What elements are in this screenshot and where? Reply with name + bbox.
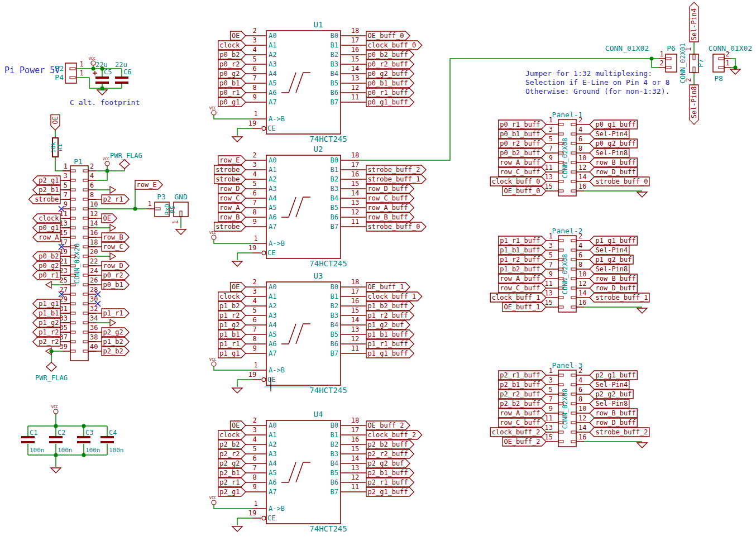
gnd-symbol[interactable] [232, 388, 242, 393]
net-label-p2_b2_buff[interactable]: p2_b2_buff [499, 399, 546, 408]
pullup-r1[interactable]: 10kR1 [50, 138, 64, 157]
net-label-p1_r1_buff[interactable]: p1_r1_buff [366, 339, 414, 348]
net-label-p0_g2_buff[interactable]: p0_g2_buff [590, 139, 637, 148]
net-label-Sel-Pin8[interactable]: Sel-Pin8 [590, 149, 629, 157]
net-label-p0_r2[interactable]: p0_r2 [218, 60, 246, 69]
gnd-symbol[interactable] [637, 308, 647, 313]
net-label-strobe_buff_0[interactable]: strobe_buff_0 [590, 177, 649, 186]
gnd-symbol[interactable] [232, 261, 242, 266]
net-label-p0_r1[interactable]: p0_r1 [33, 271, 60, 280]
net-label-p1_b1[interactable]: p1_b1 [33, 309, 60, 318]
net-label-row_A_buff[interactable]: row_A_buff [366, 203, 414, 212]
net-label-row_A_buff[interactable]: row_A_buff [499, 409, 546, 418]
net-label-p2_r2_buff[interactable]: p2_r2_buff [499, 390, 546, 399]
arrow-right-symbol[interactable] [110, 224, 116, 231]
net-label-p2_r1[interactable]: p2_r1 [218, 478, 246, 487]
net-label-row_B_buff[interactable]: row_B_buff [590, 274, 637, 283]
net-label-p1_r2_buff[interactable]: p1_r2_buff [366, 311, 414, 320]
net-label-p1_r1_buff[interactable]: p1_r1_buff [499, 236, 546, 245]
net-label-clock[interactable]: clock [218, 430, 246, 439]
net-label-Sel-Pin4[interactable]: Sel-Pin4 [590, 246, 629, 255]
net-label-p2_g2[interactable]: p2_g2 [102, 328, 129, 337]
net-label-p2_b2[interactable]: p2_b2 [218, 440, 246, 449]
net-label-strobe_buff_2[interactable]: strobe_buff_2 [366, 165, 426, 174]
gnd-symbol[interactable] [232, 526, 242, 532]
net-label-clock_buff_2[interactable]: clock_buff_2 [366, 430, 422, 439]
ic-u2[interactable]: U274HCT2452A018B03A117B14A216B25A315B36A… [246, 145, 366, 268]
net-label-row_C[interactable]: row_C [218, 194, 246, 203]
net-label-p1_g2[interactable]: p1_g2 [218, 320, 246, 329]
net-label-p2_g2_buf[interactable]: p2_g2_buf [366, 459, 410, 468]
net-label-row_B_buff[interactable]: row_B_buff [590, 409, 637, 418]
net-label-p2_r2[interactable]: p2_r2 [218, 449, 246, 458]
net-label-strobe[interactable]: strobe [29, 195, 60, 204]
net-label-p0_b2[interactable]: p0_b2 [33, 252, 60, 261]
net-label-clock_buff_0[interactable]: clock_buff_0 [490, 177, 546, 186]
net-label-OE_buff_1[interactable]: OE_buff_1 [503, 303, 546, 312]
net-label-OE_buff_2[interactable]: OE_buff_2 [503, 437, 546, 446]
net-label-row_C_buff[interactable]: row_C_buff [499, 284, 546, 293]
net-label-row_B_buff[interactable]: row_B_buff [590, 158, 637, 167]
net-label-row_A[interactable]: row_A [33, 233, 60, 242]
net-label-p1_b1[interactable]: p1_b1 [218, 330, 246, 339]
gnd-symbol[interactable] [97, 90, 107, 95]
net-label-p1_b2_buff[interactable]: p1_b2_buff [366, 301, 414, 310]
net-label-OE[interactable]: OE [51, 115, 60, 130]
connector-panel-3[interactable]: Panel-3CONN_02X0812345678910111213141516 [545, 361, 590, 447]
net-label-p1_b2_buff[interactable]: p1_b2_buff [499, 265, 546, 274]
net-label-row_A[interactable]: row_A [218, 203, 246, 212]
net-label-row_D_buff[interactable]: row_D_buff [590, 284, 637, 293]
net-label-p1_g1[interactable]: p1_g1 [33, 299, 60, 308]
net-label-strobe[interactable]: strobe [214, 175, 246, 184]
net-label-p2_g2_buf[interactable]: p2_g2_buf [590, 390, 633, 399]
net-label-p0_g1[interactable]: p0_g1 [218, 98, 246, 107]
arrow-left-symbol[interactable] [46, 281, 51, 288]
net-label-p0_b2[interactable]: p0_b2 [218, 50, 246, 59]
net-label-strobe[interactable]: strobe [214, 165, 246, 174]
net-label-row_C_buff[interactable]: row_C_buff [499, 167, 546, 176]
net-label-p0_g2_buff[interactable]: p0_g2_buff [366, 69, 414, 78]
net-label-p2_r2[interactable]: p2_r2 [33, 337, 60, 346]
net-label-p1_b2[interactable]: p1_b2 [218, 301, 246, 310]
connector-p1[interactable]: P1CONN_02X201234567891011121314151617181… [60, 157, 102, 361]
net-label-row_E[interactable]: row_E [135, 180, 162, 189]
net-label-p2_b1[interactable]: p2_b1 [218, 468, 246, 477]
net-label-row_D[interactable]: row_D [218, 184, 246, 193]
net-label-p0_b1_buff[interactable]: p0_b1_buff [366, 79, 414, 88]
net-label-Sel-Pin8[interactable]: Sel-Pin8 [690, 85, 698, 125]
vcc-symbol[interactable]: VCC [209, 496, 217, 505]
net-label-p0_g2[interactable]: p0_g2 [218, 69, 246, 78]
net-label-p0_b1_buff[interactable]: p0_b1_buff [499, 130, 546, 138]
net-label-p1_b1_buff[interactable]: p1_b1_buff [366, 330, 414, 339]
net-label-p0_r2[interactable]: p0_r2 [102, 271, 129, 280]
net-label-row_C[interactable]: row_C [102, 242, 129, 251]
vcc-symbol[interactable]: VCC [209, 106, 217, 115]
gnd-symbol[interactable] [637, 443, 647, 448]
pwr-flag-symbol[interactable]: PWR_FLAG [35, 362, 68, 382]
vcc-symbol[interactable]: VCC [51, 405, 59, 414]
connector-panel-1[interactable]: Panel-1CONN_02X0812345678910111213141516 [545, 111, 590, 196]
net-label-p2_g1[interactable]: p2_g1 [218, 487, 246, 496]
net-label-p0_b2_buff[interactable]: p0_b2_buff [366, 50, 414, 59]
capacitor-c1[interactable]: C1100n [21, 429, 45, 454]
net-label-p2_g1_buff[interactable]: p2_g1_buff [366, 487, 414, 496]
net-label-clock[interactable]: clock [218, 292, 246, 301]
net-label-clock_buff_0[interactable]: clock_buff_0 [366, 41, 422, 50]
net-label-OE[interactable]: OE [102, 214, 117, 223]
net-label-p0_g1_buff[interactable]: p0_g1_buff [590, 120, 637, 129]
net-label-p2_b2[interactable]: p2_b2 [102, 347, 129, 356]
vcc-symbol[interactable]: VCC [209, 231, 217, 240]
net-label-OE_buff_0[interactable]: OE_buff_0 [503, 186, 546, 195]
net-label-p0_g1[interactable]: p0_g1 [33, 223, 60, 232]
net-label-OE[interactable]: OE [231, 31, 246, 40]
net-label-Sel-Pin4[interactable]: Sel-Pin4 [590, 130, 629, 138]
net-label-p2_b1[interactable]: p2_b1 [33, 185, 60, 194]
net-label-row_B[interactable]: row_B [102, 233, 129, 242]
net-label-p2_b1_buff[interactable]: p2_b1_buff [499, 380, 546, 389]
net-label-p1_g1_buff[interactable]: p1_g1_buff [590, 236, 637, 245]
net-label-OE[interactable]: OE [231, 421, 246, 430]
net-label-row_A_buff[interactable]: row_A_buff [499, 274, 546, 283]
net-label-p1_r2[interactable]: p1_r2 [33, 328, 60, 337]
capacitor-c3[interactable]: C3100n [77, 429, 101, 454]
net-label-Sel-Pin4[interactable]: Sel-Pin4 [690, 2, 698, 42]
